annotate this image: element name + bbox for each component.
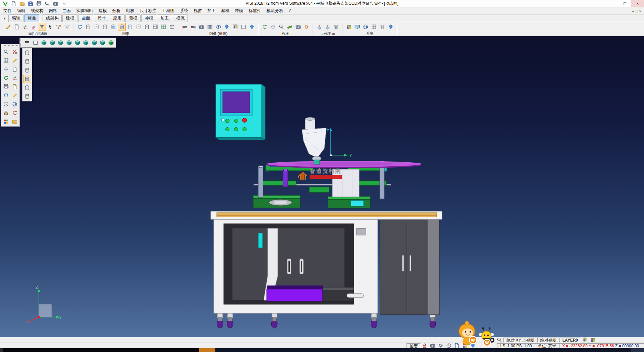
viewbar-menu-button[interactable] — [23, 39, 31, 47]
undo-button[interactable] — [11, 109, 19, 117]
menu-item[interactable]: 建模 — [96, 7, 110, 15]
mdi-minimize-button[interactable]: – — [632, 9, 634, 13]
mdi-close-button[interactable]: × — [639, 9, 641, 13]
delete-tool-button[interactable] — [11, 48, 19, 56]
view-front-button[interactable] — [65, 39, 73, 47]
tab[interactable]: 冲模 — [141, 14, 156, 22]
absolute-view-field[interactable]: 绝对 XY 上视图 — [503, 338, 537, 343]
attribute-copy-button[interactable] — [13, 23, 21, 31]
menu-item[interactable]: 标准件 — [246, 7, 264, 15]
grid-snap-button[interactable] — [370, 23, 378, 31]
tab[interactable]: 应用 — [110, 14, 125, 22]
menu-item[interactable]: 工程图 — [159, 7, 177, 15]
machine-model[interactable]: Z Y Z X Y — [0, 36, 644, 337]
measure-button[interactable] — [286, 23, 294, 31]
minimize-button[interactable]: – — [606, 0, 619, 7]
taskbar-tray-area[interactable] — [631, 348, 644, 352]
save-file-button[interactable] — [26, 0, 35, 8]
view-back-button[interactable] — [73, 39, 82, 47]
wireframe-mode-button[interactable] — [84, 23, 92, 31]
maximize-button[interactable]: □ — [619, 0, 631, 7]
menu-item[interactable]: 编辑 — [14, 7, 28, 15]
hidden-line-mode-button[interactable] — [93, 23, 101, 31]
circle-a-badge[interactable]: A — [489, 338, 494, 343]
visual-check-button[interactable] — [214, 23, 222, 31]
menu-item[interactable]: 冲模 — [232, 7, 246, 15]
sphere-render-button[interactable] — [168, 23, 176, 31]
system-globe-button[interactable] — [362, 23, 370, 31]
menu-item[interactable]: 电极 — [123, 7, 137, 15]
history-tool-button[interactable] — [2, 100, 10, 108]
menu-item[interactable]: 视窗 — [191, 7, 205, 15]
print-preview-button[interactable] — [43, 0, 51, 8]
menu-item[interactable]: 线架构 — [28, 7, 46, 15]
tab[interactable]: 曲面 — [78, 14, 93, 22]
toolbar-grip[interactable] — [20, 39, 22, 46]
mode-dashed-button[interactable] — [23, 66, 31, 74]
view-options-button[interactable] — [303, 23, 311, 31]
tab[interactable]: 编辑 — [8, 14, 23, 22]
view-bottom-button[interactable] — [57, 39, 65, 47]
filter-settings-button[interactable] — [63, 23, 71, 31]
menu-item[interactable]: 实体编辑 — [74, 7, 96, 15]
os-taskbar[interactable] — [0, 348, 644, 352]
menu-item[interactable]: 文件 — [1, 7, 14, 15]
view-axonometric-button[interactable] — [40, 39, 48, 47]
open-file-button[interactable] — [18, 0, 26, 8]
translucent-mode-button[interactable] — [126, 23, 134, 31]
workplane-list-button[interactable] — [332, 23, 340, 31]
mode-translucent-button[interactable] — [23, 92, 31, 100]
print-tool-button[interactable] — [2, 83, 10, 91]
dashed-hidden-mode-button[interactable] — [101, 23, 109, 31]
tab[interactable]: 塑模 — [125, 14, 141, 22]
attribute-transfer-button[interactable] — [21, 23, 29, 31]
compass-button[interactable] — [11, 100, 19, 108]
pin-button[interactable] — [2, 109, 10, 117]
active-layer-field[interactable]: LAYER0 — [559, 338, 581, 343]
zoom-window-button[interactable] — [277, 23, 285, 31]
tab[interactable]: 模流 — [173, 14, 188, 22]
quick-select-button[interactable] — [46, 23, 54, 31]
workplane-align-button[interactable] — [324, 23, 332, 31]
display-settings-button[interactable] — [353, 23, 361, 31]
tab[interactable]: 标准 — [24, 14, 39, 22]
workplane-create-button[interactable] — [315, 23, 323, 31]
view-camera-button[interactable] — [294, 23, 302, 31]
reflect-mode-button[interactable] — [135, 23, 143, 31]
shaded-edge-mode-button[interactable] — [118, 23, 126, 31]
viewport-3d[interactable]: Z Y Z X Y — [0, 36, 644, 337]
attribute-delete-button[interactable] — [30, 23, 38, 31]
menu-item[interactable]: 塑模 — [218, 7, 232, 15]
tab[interactable]: 建模 — [62, 14, 77, 22]
cad-link-button[interactable] — [387, 23, 395, 31]
new-file-button[interactable] — [10, 0, 18, 8]
lighting-button[interactable] — [223, 23, 231, 31]
mode-wireframe-button[interactable] — [23, 49, 31, 57]
toolbar-options-button[interactable] — [60, 0, 68, 8]
tab[interactable]: 加工 — [157, 14, 172, 22]
viewbar-window-button[interactable] — [32, 39, 40, 47]
mode-hidden-button[interactable] — [23, 57, 31, 65]
pan-view-button[interactable] — [269, 23, 277, 31]
mode-rendered-button[interactable] — [23, 84, 31, 92]
mdi-restore-button[interactable]: □ — [636, 9, 638, 13]
mirror-tool-button[interactable] — [11, 74, 19, 82]
visi-logo-icon[interactable] — [1, 0, 9, 8]
multi-view-button[interactable] — [143, 23, 151, 31]
selection-filter-button[interactable] — [38, 23, 46, 31]
view-mode-field[interactable]: 绝对视图 — [537, 338, 559, 343]
tab-dropdown-button[interactable]: ▼ — [1, 17, 8, 20]
shaded-mode-button[interactable] — [109, 23, 117, 31]
view-iso-button[interactable] — [99, 39, 107, 47]
anaglyph-view-button[interactable] — [189, 23, 197, 31]
material-button[interactable] — [231, 23, 239, 31]
menu-item[interactable]: 曲面 — [60, 7, 74, 15]
mesh-display-button[interactable] — [151, 23, 159, 31]
tab[interactable]: 线架构 — [43, 14, 62, 22]
copy-tool-button[interactable] — [11, 65, 19, 73]
menu-item[interactable]: ? — [286, 7, 294, 15]
color-table-button[interactable] — [345, 23, 353, 31]
section-display-button[interactable] — [160, 23, 168, 31]
taskbar-app-button[interactable] — [199, 348, 215, 352]
tab[interactable]: 尺寸 — [94, 14, 109, 22]
